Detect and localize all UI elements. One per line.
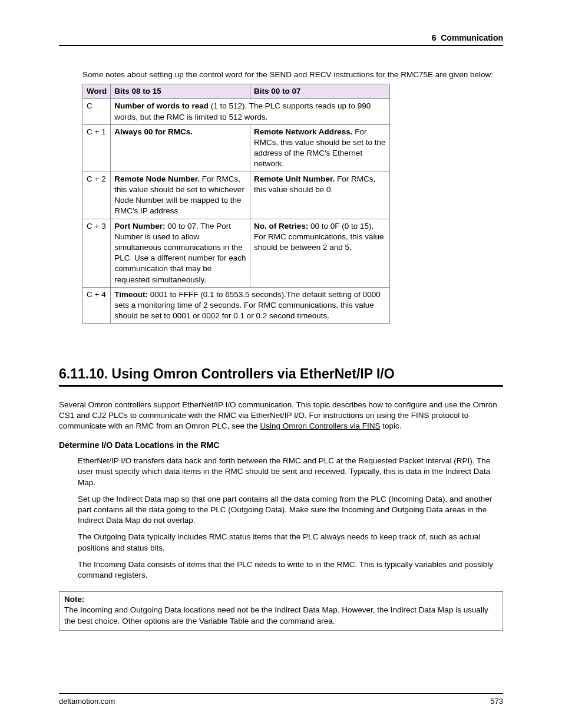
cell-lo: No. of Retries: 00 to 0F (0 to 15). For … [250,219,389,287]
header-section-number: 6 [432,33,437,42]
table-row: C + 4 Timeout: 0001 to FFFF (0.1 to 6553… [83,287,390,324]
cell-word: C [83,99,111,124]
note-label: Note: [64,594,498,605]
col-word: Word [83,84,111,99]
cell-lo: Remote Network Address. For RMCs, this v… [250,124,389,172]
col-bits-hi: Bits 08 to 15 [111,84,250,99]
table-header-row: Word Bits 08 to 15 Bits 00 to 07 [83,84,390,99]
page-header: 6 Communication [59,32,503,46]
col-bits-lo: Bits 00 to 07 [250,84,389,99]
cell-hi: Port Number: 00 to 07. The Port Number i… [111,219,250,287]
cell-span: Number of words to read (1 to 512). The … [111,99,390,124]
table-row: C + 3 Port Number: 00 to 07. The Port Nu… [83,219,390,287]
cell-hi: Remote Node Number. For RMCs, this value… [111,172,250,219]
page: 6 Communication Some notes about setting… [0,0,562,728]
control-word-table: Word Bits 08 to 15 Bits 00 to 07 C Numbe… [82,84,390,324]
cell-span: Timeout: 0001 to FFFF (0.1 to 6553.5 sec… [111,287,390,324]
footer-page-number: 573 [490,696,503,707]
fins-link[interactable]: Using Omron Controllers via FINS [260,421,380,430]
sub-heading: Determine I/O Data Locations in the RMC [59,440,503,451]
cell-hi: Always 00 for RMCs. [111,124,250,172]
detail-paragraph: EtherNet/IP I/O transfers data back and … [78,456,503,488]
cell-word: C + 4 [83,287,111,324]
table-row: C + 1 Always 00 for RMCs. Remote Network… [83,124,390,172]
table-row: C Number of words to read (1 to 512). Th… [83,99,390,124]
cell-word: C + 1 [83,124,111,172]
note-box: Note: The Incoming and Outgoing Data loc… [59,591,503,631]
indented-block: EtherNet/IP I/O transfers data back and … [78,456,503,581]
intro-paragraph: Some notes about setting up the control … [82,70,503,80]
detail-paragraph: The Outgoing Data typically includes RMC… [78,532,503,553]
header-title: Communication [441,33,503,42]
table-row: C + 2 Remote Node Number. For RMCs, this… [83,172,390,219]
cell-lo: Remote Unit Number. For RMCs, this value… [250,172,389,219]
section-paragraph: Several Omron controllers support EtherN… [59,400,503,432]
note-body: The Incoming and Outgoing Data locations… [64,605,498,626]
cell-word: C + 2 [83,172,111,219]
section-heading: 6.11.10. Using Omron Controllers via Eth… [59,365,503,386]
footer-site: deltamotion.com [59,696,115,707]
page-footer: deltamotion.com 573 [59,693,503,707]
detail-paragraph: The Incoming Data consists of items that… [78,559,503,581]
cell-word: C + 3 [83,219,111,287]
section-number: 6.11.10. [59,366,108,381]
detail-paragraph: Set up the Indirect Data map so that one… [78,494,503,526]
section-title: Using Omron Controllers via EtherNet/IP … [112,366,395,381]
